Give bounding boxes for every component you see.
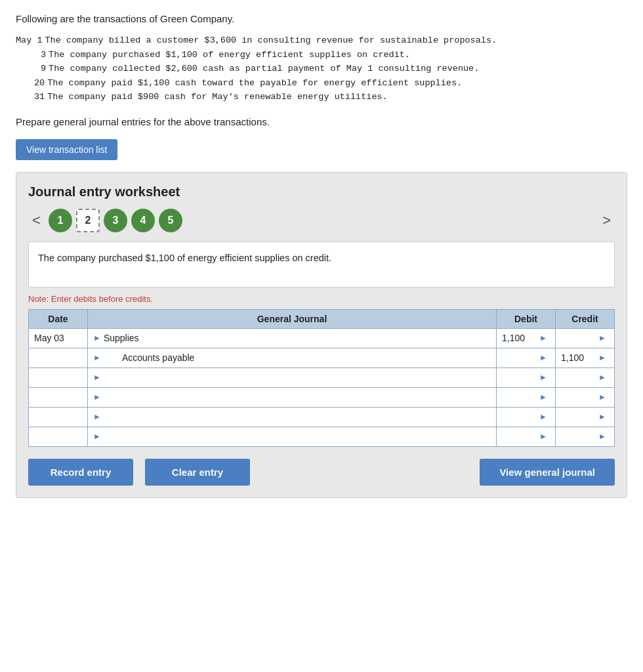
row1-date[interactable]: May 03 <box>29 328 88 348</box>
arrow-icon: ► <box>93 373 101 382</box>
tab-1-button[interactable]: 1 <box>49 209 72 232</box>
credit-arrow-icon: ► <box>598 333 606 343</box>
note-text: Note: Enter debits before credits. <box>28 294 615 304</box>
row5-journal[interactable]: ► <box>88 407 497 427</box>
row5-date[interactable] <box>29 407 88 427</box>
transaction-row-4: 20 The company paid $1,100 cash toward t… <box>16 76 627 91</box>
arrow-icon: ► <box>93 353 101 362</box>
day-label-5: 31 <box>16 90 47 104</box>
debit-arrow-icon: ► <box>539 373 547 382</box>
credit-arrow-icon: ► <box>598 392 606 402</box>
row6-journal[interactable]: ► <box>88 427 497 446</box>
row5-credit[interactable]: ► <box>556 407 615 427</box>
debit-arrow-icon: ► <box>539 412 547 421</box>
arrow-icon: ► <box>93 412 101 421</box>
credit-arrow-icon: ► <box>598 353 606 362</box>
view-transaction-button[interactable]: View transaction list <box>16 139 117 160</box>
transaction-row-3: 9 The company collected $2,600 cash as p… <box>16 62 627 76</box>
arrow-icon: ► <box>93 333 101 343</box>
prepare-label: Prepare general journal entries for the … <box>16 116 627 127</box>
row1-credit[interactable]: ► <box>556 328 615 348</box>
day-label-2: 3 <box>16 48 49 62</box>
table-row: May 03 ► Supplies 1,100 ► ► <box>29 328 615 348</box>
row3-debit[interactable]: ► <box>497 368 556 387</box>
transaction-text-4: The company paid $1,100 cash toward the … <box>47 76 462 91</box>
transaction-description: The company purchased $1,100 of energy e… <box>28 242 615 287</box>
view-general-journal-button[interactable]: View general journal <box>480 459 615 486</box>
transaction-text-2: The company purchased $1,100 of energy e… <box>49 48 410 62</box>
transaction-text-1: The company billed a customer $3,600 in … <box>45 33 497 48</box>
month-label-1: May 1 <box>16 33 45 48</box>
record-entry-button[interactable]: Record entry <box>28 459 133 486</box>
day-label-3: 9 <box>16 62 49 76</box>
row4-credit[interactable]: ► <box>556 387 615 407</box>
header-journal: General Journal <box>88 309 497 328</box>
prev-arrow-button[interactable]: < <box>28 212 45 229</box>
debit-arrow-icon: ► <box>539 432 547 441</box>
row4-debit[interactable]: ► <box>497 387 556 407</box>
debit-arrow-icon: ► <box>539 353 547 362</box>
row3-journal[interactable]: ► <box>88 368 497 387</box>
header-credit: Credit <box>556 309 615 328</box>
row2-debit[interactable]: ► <box>497 348 556 368</box>
tabs-row: < 1 2 3 4 5 > <box>28 209 615 232</box>
transactions-list: May 1 The company billed a customer $3,6… <box>16 33 627 104</box>
row6-debit[interactable]: ► <box>497 427 556 446</box>
transaction-row-1: May 1 The company billed a customer $3,6… <box>16 33 627 48</box>
arrow-icon: ► <box>93 432 101 441</box>
row2-date[interactable] <box>29 348 88 368</box>
row3-credit[interactable]: ► <box>556 368 615 387</box>
transaction-row-2: 3 The company purchased $1,100 of energy… <box>16 48 627 62</box>
row6-credit[interactable]: ► <box>556 427 615 446</box>
tab-4-button[interactable]: 4 <box>131 209 155 232</box>
tab-5-button[interactable]: 5 <box>159 209 182 232</box>
header-debit: Debit <box>497 309 556 328</box>
transaction-text-3: The company collected $2,600 cash as par… <box>49 62 479 76</box>
transaction-text-5: The company paid $900 cash for May's ren… <box>47 90 387 104</box>
row2-credit[interactable]: 1,100 ► <box>556 348 615 368</box>
credit-arrow-icon: ► <box>598 373 606 382</box>
table-header-row: Date General Journal Debit Credit <box>29 309 615 328</box>
day-label-4: 20 <box>16 76 47 91</box>
action-buttons-row: Record entry Clear entry View general jo… <box>28 459 615 486</box>
header-date: Date <box>29 309 88 328</box>
transaction-row-5: 31 The company paid $900 cash for May's … <box>16 90 627 104</box>
tab-3-button[interactable]: 3 <box>104 209 127 232</box>
worksheet-title: Journal entry worksheet <box>28 184 615 200</box>
arrow-icon: ► <box>93 392 101 402</box>
debit-arrow-icon: ► <box>539 333 547 343</box>
row4-date[interactable] <box>29 387 88 407</box>
tab-2-button[interactable]: 2 <box>76 209 100 232</box>
table-row: ► ► ► <box>29 407 615 427</box>
row2-journal[interactable]: ► Accounts payable <box>88 348 497 368</box>
credit-arrow-icon: ► <box>598 412 606 421</box>
row1-debit[interactable]: 1,100 ► <box>497 328 556 348</box>
credit-arrow-icon: ► <box>598 432 606 441</box>
row5-debit[interactable]: ► <box>497 407 556 427</box>
debit-arrow-icon: ► <box>539 392 547 402</box>
table-row: ► ► ► <box>29 427 615 446</box>
journal-table: Date General Journal Debit Credit May 03… <box>28 309 615 447</box>
worksheet-container: Journal entry worksheet < 1 2 3 4 5 > Th… <box>16 172 627 498</box>
table-row: ► ► ► <box>29 387 615 407</box>
row1-journal[interactable]: ► Supplies <box>88 328 497 348</box>
row6-date[interactable] <box>29 427 88 446</box>
table-row: ► ► ► <box>29 368 615 387</box>
table-row: ► Accounts payable ► 1,100 ► <box>29 348 615 368</box>
row4-journal[interactable]: ► <box>88 387 497 407</box>
next-arrow-button[interactable]: > <box>598 212 615 229</box>
clear-entry-button[interactable]: Clear entry <box>145 459 250 486</box>
row3-date[interactable] <box>29 368 88 387</box>
intro-heading: Following are the transactions of Green … <box>16 13 627 24</box>
